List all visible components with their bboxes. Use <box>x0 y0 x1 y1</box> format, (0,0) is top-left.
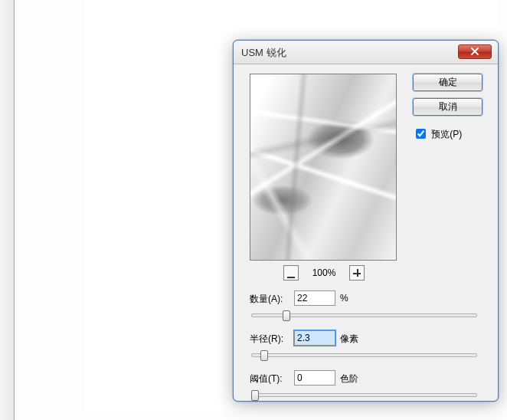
amount-unit: % <box>340 293 348 304</box>
preview-image <box>250 74 396 260</box>
zoom-in-button[interactable] <box>349 265 365 281</box>
amount-slider[interactable] <box>251 310 477 321</box>
preview-checkbox-row: 预览(P) <box>413 126 489 141</box>
radius-unit: 像素 <box>340 333 358 346</box>
zoom-out-button[interactable] <box>283 265 299 281</box>
radius-slider-thumb[interactable] <box>260 350 268 361</box>
dialog-title: USM 锐化 <box>241 46 286 60</box>
amount-input[interactable] <box>294 290 335 306</box>
threshold-label: 阈值(T): <box>250 372 283 386</box>
threshold-field: 阈值(T): 色阶 <box>250 372 482 406</box>
close-button[interactable] <box>458 44 492 59</box>
threshold-input[interactable] <box>294 370 335 386</box>
amount-field: 数量(A): % <box>250 293 482 326</box>
zoom-level: 100% <box>301 267 347 278</box>
usm-sharpen-dialog: USM 锐化 100% 确定 取消 预览(P) 数量(A): % <box>233 40 499 402</box>
vertical-ruler <box>0 0 15 420</box>
preview-panel[interactable] <box>250 74 397 261</box>
threshold-slider-thumb[interactable] <box>251 390 259 401</box>
radius-input[interactable] <box>294 330 335 346</box>
preview-checkbox-label: 预览(P) <box>431 129 462 139</box>
amount-label: 数量(A): <box>250 293 283 306</box>
cancel-button[interactable]: 取消 <box>413 98 482 116</box>
radius-field: 半径(R): 像素 <box>250 333 482 366</box>
threshold-slider[interactable] <box>251 390 477 401</box>
amount-slider-thumb[interactable] <box>283 310 290 321</box>
preview-checkbox[interactable] <box>416 129 426 139</box>
close-icon <box>470 47 479 56</box>
dialog-titlebar[interactable]: USM 锐化 <box>234 41 498 64</box>
ok-button[interactable]: 确定 <box>413 74 482 91</box>
radius-label: 半径(R): <box>250 333 283 346</box>
radius-slider[interactable] <box>251 350 477 361</box>
threshold-unit: 色阶 <box>340 372 358 386</box>
